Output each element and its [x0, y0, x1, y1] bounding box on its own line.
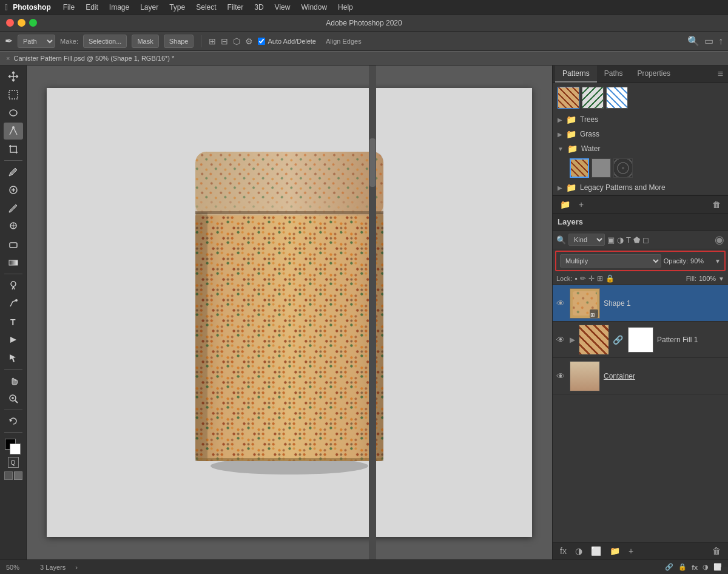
canvas-scrollbar[interactable] [369, 66, 376, 559]
screen-mode-1[interactable] [4, 471, 13, 480]
menu-file[interactable]: File [58, 2, 79, 13]
create-group-icon[interactable]: 📁 [558, 198, 573, 211]
menu-help[interactable]: Help [333, 2, 358, 13]
crop-tool[interactable] [4, 141, 23, 158]
fx-button[interactable]: fx [558, 545, 569, 557]
filter-pixel-icon[interactable]: ▣ [607, 235, 615, 245]
minimize-button[interactable] [18, 19, 25, 27]
pattern-group-water[interactable]: ▼ 📁 Water [553, 141, 728, 156]
scroll-arrow-right[interactable]: › [75, 564, 78, 571]
pattern-group-grass[interactable]: ▶ 📁 Grass [553, 127, 728, 141]
lock-pixels-icon[interactable]: ✏ [580, 274, 586, 283]
opacity-dropdown-icon[interactable]: ▼ [715, 258, 721, 265]
layer-expand-icon-2[interactable]: ▶ [570, 336, 575, 344]
pen-tool-2[interactable] [4, 295, 23, 312]
layer-mask-thumb[interactable] [628, 327, 653, 353]
menu-select[interactable]: Select [191, 2, 221, 13]
add-mask-icon[interactable]: ⬜ [588, 545, 604, 557]
text-tool[interactable]: T [4, 313, 23, 330]
menu-view[interactable]: View [270, 2, 295, 13]
filter-toggle-icon[interactable]: ◉ [715, 233, 724, 246]
gradient-tool[interactable] [4, 254, 23, 271]
menu-image[interactable]: Image [104, 2, 134, 13]
menu-edit[interactable]: Edit [81, 2, 103, 13]
layer-container[interactable]: 👁 Container [553, 358, 728, 394]
filter-smart-icon[interactable]: ◻ [642, 235, 649, 245]
pattern-group-trees[interactable]: ▶ 📁 Trees [553, 112, 728, 127]
water-thumb-1[interactable] [570, 158, 589, 178]
document-tab[interactable]: × Canister Pattern Fill.psd @ 50% (Shape… [0, 51, 728, 66]
lock-all-icon[interactable]: 🔒 [605, 274, 615, 283]
filter-shape-icon[interactable]: ⬟ [633, 235, 640, 245]
opacity-value[interactable]: 90% [690, 257, 712, 265]
marquee-tool[interactable] [4, 86, 23, 103]
dodge-tool[interactable] [4, 277, 23, 294]
search-icon[interactable]: 🔍 [687, 35, 699, 47]
layer-shape1[interactable]: 👁 ⊞ Shape 1 [553, 285, 728, 322]
layer-kind-select[interactable]: Kind Name Effect [568, 234, 605, 246]
add-adjustment-icon[interactable]: ◑ [573, 545, 585, 557]
lasso-tool[interactable] [4, 104, 23, 121]
new-group-icon[interactable]: 📁 [607, 545, 622, 557]
eraser-tool[interactable] [4, 236, 23, 253]
lock-artboard-icon[interactable]: ⊞ [597, 274, 603, 283]
delete-layer-icon[interactable]: 🗑 [710, 545, 723, 557]
layer-thumb-pattern[interactable] [579, 325, 609, 355]
mask-button[interactable]: Mask [132, 35, 158, 48]
tab-close-icon[interactable]: × [6, 55, 10, 62]
new-pattern-icon[interactable]: + [576, 198, 586, 211]
pattern-thumb-1[interactable] [558, 87, 579, 109]
move-tool[interactable] [4, 68, 23, 85]
lock-transparency-icon[interactable]: ▪ [575, 274, 577, 283]
tab-paths[interactable]: Paths [597, 66, 630, 83]
screen-mode-2[interactable] [14, 471, 22, 480]
tool-mode-select[interactable]: Path Shape Pixels [18, 35, 55, 48]
blend-mode-select[interactable]: Multiply Normal Screen Overlay Soft Ligh… [560, 254, 661, 268]
layer-thumb-container[interactable] [570, 361, 600, 391]
clone-tool[interactable] [4, 218, 23, 235]
workspace-icon[interactable]: ▭ [704, 35, 713, 47]
auto-add-delete-label[interactable]: Auto Add/Delete [258, 38, 316, 45]
filter-type-icon[interactable]: T [626, 235, 631, 245]
pattern-group-legacy[interactable]: ▶ 📁 Legacy Patterns and More [553, 180, 728, 195]
layer-pattern-fill[interactable]: 👁 ▶ 🔗 Pattern Fill 1 [553, 322, 728, 358]
pattern-thumb-3[interactable] [606, 87, 628, 109]
layer-visibility-eye-3[interactable]: 👁 [556, 371, 566, 381]
close-button[interactable] [6, 19, 14, 27]
pattern-thumb-2[interactable] [582, 87, 604, 109]
water-thumb-2[interactable] [592, 158, 611, 178]
direct-select-tool[interactable] [4, 349, 23, 366]
maximize-button[interactable] [29, 19, 37, 27]
panel-menu-icon[interactable]: ≡ [715, 66, 726, 82]
brush-tool[interactable] [4, 200, 23, 217]
new-layer-icon[interactable]: + [626, 545, 636, 557]
hand-tool[interactable] [4, 372, 23, 389]
shape-button[interactable]: Shape [164, 35, 194, 48]
rotate-view-tool[interactable] [4, 413, 23, 430]
layer-visibility-eye-2[interactable]: 👁 [556, 335, 566, 345]
path-select-tool[interactable] [4, 331, 23, 348]
scroll-thumb[interactable] [369, 138, 376, 187]
menu-3d[interactable]: 3D [249, 2, 268, 13]
fill-value[interactable]: 100% [699, 275, 716, 282]
water-thumb-3[interactable] [613, 158, 633, 178]
fill-dropdown-icon[interactable]: ▼ [718, 275, 724, 282]
menu-layer[interactable]: Layer [135, 2, 163, 13]
eyedropper-tool[interactable] [4, 163, 23, 180]
layer-visibility-eye-1[interactable]: 👁 [556, 299, 566, 308]
auto-add-delete-checkbox[interactable] [258, 38, 265, 45]
quick-mask-icon[interactable]: Q [8, 457, 19, 468]
delete-pattern-icon[interactable]: 🗑 [710, 198, 723, 211]
lock-position-icon[interactable]: ✛ [588, 274, 595, 283]
tab-properties[interactable]: Properties [630, 66, 678, 83]
heal-tool[interactable] [4, 181, 23, 198]
selection-button[interactable]: Selection... [83, 35, 127, 48]
layer-thumb-shape1[interactable]: ⊞ [570, 288, 600, 319]
background-color[interactable] [10, 444, 21, 454]
share-icon[interactable]: ↑ [718, 36, 723, 47]
pen-tool[interactable] [4, 123, 23, 140]
tab-patterns[interactable]: Patterns [555, 66, 597, 83]
menu-window[interactable]: Window [296, 2, 332, 13]
menu-type[interactable]: Type [164, 2, 190, 13]
filter-adjust-icon[interactable]: ◑ [617, 235, 624, 245]
